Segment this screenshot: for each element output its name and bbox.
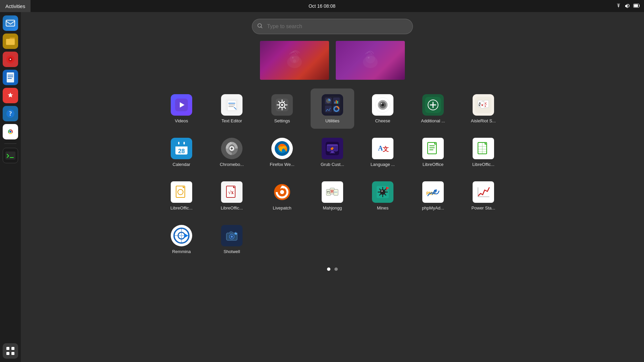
- app-label-loffice-calc: LibreOffic...: [472, 162, 494, 167]
- svg-point-28: [293, 59, 296, 63]
- dock-terminal[interactable]: [3, 148, 18, 163]
- app-powersta[interactable]: Power Sta...: [462, 176, 505, 216]
- app-libreoffice[interactable]: LibreOffice: [411, 132, 455, 172]
- sound-icon: [625, 3, 630, 9]
- app-icon-livepatch: [271, 181, 293, 203]
- dock-grid-button[interactable]: [3, 343, 18, 359]
- app-icon-mahjongg: 東 竹 一: [322, 181, 343, 203]
- workspaces: [259, 40, 406, 80]
- svg-rect-20: [6, 347, 9, 350]
- app-grid: Videos Text Editor: [160, 88, 505, 259]
- svg-rect-68: [175, 144, 187, 146]
- dock-chrome[interactable]: [3, 124, 18, 139]
- app-label-livepatch: Livepatch: [273, 205, 291, 211]
- dock-help[interactable]: ?: [3, 106, 18, 121]
- app-remmina[interactable]: Remmina: [160, 219, 203, 259]
- svg-point-30: [366, 54, 375, 63]
- app-cheese[interactable]: Cheese: [361, 88, 405, 129]
- app-icon-mines: [372, 181, 393, 203]
- app-phpmyadmin[interactable]: PMA phpMyAd...: [411, 176, 455, 216]
- page-dots: [327, 267, 338, 271]
- svg-rect-45: [334, 102, 335, 104]
- app-icon-remmina: [171, 225, 192, 246]
- svg-rect-129: [230, 232, 232, 233]
- app-settings[interactable]: Settings: [260, 88, 304, 129]
- app-shotwell[interactable]: Shotwell: [210, 219, 254, 259]
- workspace-bg-1: [260, 41, 329, 80]
- svg-text:♥: ♥: [481, 103, 483, 107]
- svg-rect-11: [8, 78, 12, 79]
- svg-rect-46: [336, 100, 337, 104]
- app-loffice-calc[interactable]: LibreOffic...: [462, 132, 505, 172]
- app-mines[interactable]: Mines: [361, 176, 405, 216]
- svg-rect-1: [634, 4, 638, 7]
- app-loffice-math[interactable]: √x LibreOffic...: [210, 176, 254, 216]
- app-icon-calendar: 28: [171, 138, 192, 159]
- dock-email[interactable]: [3, 15, 18, 31]
- dock-rhythmbox[interactable]: [3, 52, 18, 67]
- app-firefox[interactable]: Firefox We...: [260, 132, 304, 172]
- svg-point-53: [381, 103, 382, 104]
- wifi-icon: [616, 3, 621, 9]
- svg-point-102: [280, 190, 284, 194]
- search-icon: [257, 23, 263, 30]
- app-icon-texteditor: [221, 94, 243, 116]
- app-icon-additional: [422, 94, 444, 116]
- clock: Oct 16 08:08: [309, 3, 335, 9]
- app-label-videos: Videos: [175, 118, 188, 124]
- svg-rect-35: [227, 101, 236, 111]
- svg-text:A: A: [378, 144, 383, 152]
- svg-rect-10: [8, 76, 13, 77]
- workspace-thumb-1[interactable]: [259, 40, 330, 80]
- app-label-mines: Mines: [377, 205, 389, 211]
- app-texteditor[interactable]: Text Editor: [210, 88, 254, 129]
- app-label-additional: Additional ...: [421, 118, 445, 124]
- svg-rect-9: [8, 75, 13, 75]
- app-icon-phpmyadmin: PMA: [422, 181, 444, 203]
- svg-rect-70: [178, 142, 179, 144]
- app-label-texteditor: Text Editor: [221, 118, 242, 124]
- dock-files[interactable]: [3, 34, 18, 49]
- app-icon-videos: [171, 94, 192, 116]
- svg-point-128: [231, 236, 232, 237]
- app-icon-powersta: [473, 181, 494, 203]
- page-dot-1[interactable]: [327, 267, 330, 271]
- app-videos[interactable]: Videos: [160, 88, 203, 129]
- app-language[interactable]: A 文 Language ...: [361, 132, 405, 172]
- app-grub[interactable]: Grub Cust...: [311, 132, 354, 172]
- svg-rect-8: [7, 72, 14, 82]
- app-icon-loffice-draw: [171, 181, 192, 203]
- dock: ?: [0, 12, 21, 362]
- dock-writer[interactable]: [3, 70, 18, 85]
- topbar: Activities Oct 16 08:08: [0, 0, 644, 12]
- app-livepatch[interactable]: Livepatch: [260, 176, 304, 216]
- search-bar: [252, 19, 413, 34]
- svg-rect-80: [327, 144, 338, 146]
- app-loffice-draw[interactable]: LibreOffic...: [160, 176, 203, 216]
- app-label-settings: Settings: [274, 118, 290, 124]
- svg-point-27: [292, 57, 294, 59]
- app-chromebox[interactable]: Chromebo...: [210, 132, 254, 172]
- app-icon-loffice-calc: [473, 138, 494, 159]
- app-label-calendar: Calendar: [173, 162, 191, 167]
- page-dot-2[interactable]: [334, 267, 338, 271]
- app-aisleriot[interactable]: A ♠ ♥ K ♦ AisleRiot S...: [462, 88, 505, 129]
- app-label-loffice-math: LibreOffic...: [221, 205, 243, 211]
- app-label-cheese: Cheese: [375, 118, 390, 124]
- workspace-thumb-2[interactable]: [335, 40, 406, 80]
- svg-rect-19: [5, 152, 15, 160]
- svg-text:28: 28: [178, 148, 185, 155]
- search-input[interactable]: [252, 19, 413, 34]
- svg-text:?: ?: [9, 110, 12, 117]
- app-utilities[interactable]: Utilities: [311, 88, 354, 129]
- app-icon-firefox: [271, 138, 293, 159]
- svg-text:竹: 竹: [327, 190, 330, 194]
- svg-point-38: [281, 104, 283, 106]
- activities-button[interactable]: Activities: [0, 0, 31, 12]
- svg-rect-47: [337, 101, 338, 104]
- dock-appstore[interactable]: [3, 88, 18, 103]
- app-calendar[interactable]: 28 Calendar: [160, 132, 203, 172]
- app-icon-shotwell: [221, 225, 243, 246]
- app-mahjongg[interactable]: 東 竹 一 Mahjongg: [311, 176, 354, 216]
- app-additional[interactable]: Additional ...: [411, 88, 455, 129]
